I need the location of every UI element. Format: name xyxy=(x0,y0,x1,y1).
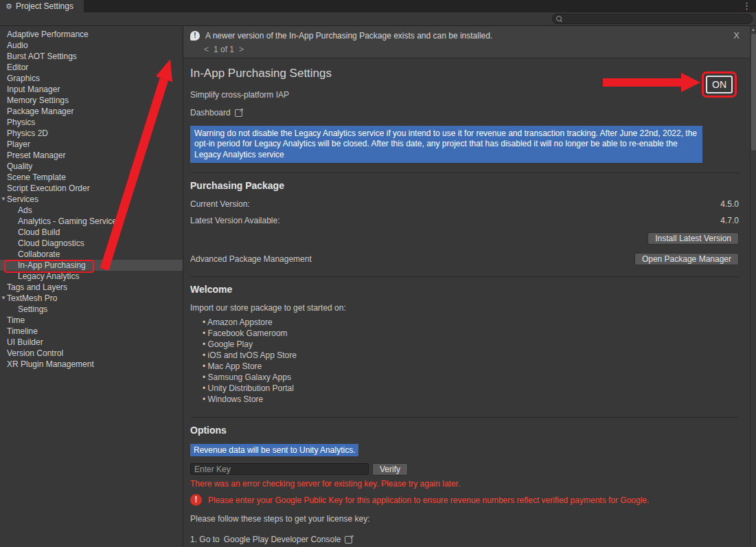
store-list-item: Samsung Galaxy Apps xyxy=(203,372,739,383)
latest-version-label: Latest Version Available: xyxy=(190,216,280,225)
foldout-arrow-icon[interactable]: ▼ xyxy=(1,194,6,205)
sidebar-item-quality[interactable]: Quality xyxy=(0,161,183,172)
store-list-item: Amazon Appstore xyxy=(203,317,739,328)
sidebar-item-xr-plugin-management[interactable]: XR Plugin Management xyxy=(0,359,183,370)
sidebar-item-package-manager[interactable]: Package Manager xyxy=(0,106,183,117)
sidebar-item-audio[interactable]: Audio xyxy=(0,40,183,51)
external-link-icon xyxy=(345,536,352,544)
sidebar-item-label: Ads xyxy=(18,205,32,215)
pager-next-button[interactable]: > xyxy=(239,45,244,54)
sidebar-item-version-control[interactable]: Version Control xyxy=(0,348,183,359)
sidebar-item-label: Timeline xyxy=(7,326,38,336)
sidebar-item-tags-and-layers[interactable]: Tags and Layers xyxy=(0,282,183,293)
project-settings-window: ⚙ Project Settings ⋮ Adaptive Performanc… xyxy=(0,0,756,547)
scrollbar-up-icon[interactable]: ▲ xyxy=(751,26,756,33)
sidebar-item-scene-template[interactable]: Scene Template xyxy=(0,172,183,183)
search-input[interactable] xyxy=(566,15,748,23)
sidebar-item-ui-builder[interactable]: UI Builder xyxy=(0,337,183,348)
sidebar-item-script-execution-order[interactable]: Script Execution Order xyxy=(0,183,183,194)
sidebar-item-cloud-build[interactable]: Cloud Build xyxy=(0,227,183,238)
search-box[interactable] xyxy=(552,14,753,24)
sidebar-item-input-manager[interactable]: Input Manager xyxy=(0,84,183,95)
sidebar-item-label: Cloud Build xyxy=(18,227,60,237)
banner-close-icon[interactable]: X xyxy=(733,30,740,41)
purchasing-package-section: Purchasing Package Current Version: 4.5.… xyxy=(190,172,739,275)
sidebar-list: Adaptive PerformanceAudioBurst AOT Setti… xyxy=(0,29,183,370)
sidebar-item-services[interactable]: ▼Services xyxy=(0,194,183,205)
sidebar-item-physics[interactable]: Physics xyxy=(0,117,183,128)
dashboard-link[interactable]: Dashboard xyxy=(190,108,242,118)
sidebar-item-timeline[interactable]: Timeline xyxy=(0,326,183,337)
sidebar-item-label: Analytics - Gaming Services xyxy=(18,216,121,226)
sidebar-item-editor[interactable]: Editor xyxy=(0,62,183,73)
sidebar-item-ads[interactable]: Ads xyxy=(0,205,183,216)
sidebar-item-label: Physics xyxy=(7,118,35,127)
google-play-console-link[interactable]: Google Play Developer Console xyxy=(224,535,341,544)
verify-button[interactable]: Verify xyxy=(372,463,408,476)
sidebar-item-label: Legacy Analytics xyxy=(18,271,79,281)
google-key-input[interactable] xyxy=(190,463,369,475)
open-package-manager-button[interactable]: Open Package Manager xyxy=(634,253,739,265)
store-list: Amazon AppstoreFacebook GameroomGoogle P… xyxy=(203,317,739,405)
welcome-section: Welcome Import our store package to get … xyxy=(190,276,739,416)
current-version-value: 4.5.0 xyxy=(720,199,739,209)
sidebar-item-label: Memory Settings xyxy=(7,96,69,105)
sidebar-item-graphics[interactable]: Graphics xyxy=(0,73,183,84)
sidebar-item-label: In-App Purchasing xyxy=(18,260,86,270)
sidebar-item-preset-manager[interactable]: Preset Manager xyxy=(0,150,183,161)
sidebar-item-label: Player xyxy=(7,139,30,149)
window-titlebar: ⚙ Project Settings ⋮ xyxy=(0,0,756,12)
sidebar-item-cloud-diagnostics[interactable]: Cloud Diagnostics xyxy=(0,238,183,249)
kebab-menu-icon[interactable]: ⋮ xyxy=(742,1,751,11)
sidebar-item-label: Physics 2D xyxy=(7,129,48,138)
welcome-intro: Import our store package to get started … xyxy=(190,303,739,313)
main-panel: ! A newer version of the In-App Purchasi… xyxy=(183,26,756,547)
install-latest-version-button[interactable]: Install Latest Version xyxy=(648,232,739,245)
sidebar-item-label: Time xyxy=(7,315,25,325)
sidebar-item-label: Preset Manager xyxy=(7,150,65,160)
sidebar-item-in-app-purchasing[interactable]: In-App Purchasing xyxy=(0,260,183,271)
sidebar-item-label: Scene Template xyxy=(7,172,66,182)
sidebar-item-physics-2d[interactable]: Physics 2D xyxy=(0,128,183,139)
sidebar-item-collaborate[interactable]: Collaborate xyxy=(0,249,183,260)
server-error-text: There was an error checking server for e… xyxy=(190,479,739,489)
sidebar-item-settings[interactable]: Settings xyxy=(0,304,183,315)
on-toggle-annotation: ON xyxy=(702,71,737,98)
iap-enabled-toggle[interactable]: ON xyxy=(706,76,733,93)
foldout-arrow-icon[interactable]: ▼ xyxy=(1,293,6,304)
update-banner: ! A newer version of the In-App Purchasi… xyxy=(183,26,750,58)
legacy-analytics-warning: Warning do not disable the Legacy Analyt… xyxy=(190,126,702,163)
sidebar-item-player[interactable]: Player xyxy=(0,139,183,150)
sidebar-item-label: Quality xyxy=(7,161,32,171)
store-list-item: iOS and tvOS App Store xyxy=(203,350,739,361)
scrollbar-thumb[interactable] xyxy=(751,34,756,150)
license-steps-intro: Please follow these steps to get your li… xyxy=(190,514,739,524)
sidebar-item-label: Input Manager xyxy=(7,85,60,94)
tab-project-settings[interactable]: ⚙ Project Settings xyxy=(0,0,84,12)
pager-prev-button[interactable]: < xyxy=(204,45,209,54)
sidebar-item-legacy-analytics[interactable]: Legacy Analytics xyxy=(0,271,183,282)
vertical-scrollbar[interactable]: ▲ xyxy=(750,26,756,547)
store-list-item: Mac App Store xyxy=(203,361,739,372)
sidebar-item-label: XR Plugin Management xyxy=(7,359,94,369)
sidebar-item-adaptive-performance[interactable]: Adaptive Performance xyxy=(0,29,183,40)
store-list-item: Facebook Gameroom xyxy=(203,328,739,339)
sidebar-item-textmesh-pro[interactable]: ▼TextMesh Pro xyxy=(0,293,183,304)
sidebar-item-label: Tags and Layers xyxy=(7,282,67,292)
store-list-item: Google Play xyxy=(203,339,739,350)
sidebar-item-label: Graphics xyxy=(7,74,40,83)
options-section: Options Revenue data will be sent to Uni… xyxy=(190,417,739,547)
sidebar-item-label: Cloud Diagnostics xyxy=(18,238,84,248)
sidebar-item-burst-aot-settings[interactable]: Burst AOT Settings xyxy=(0,51,183,62)
welcome-heading: Welcome xyxy=(190,284,739,295)
options-heading: Options xyxy=(190,425,739,436)
sidebar-item-memory-settings[interactable]: Memory Settings xyxy=(0,95,183,106)
sidebar-item-time[interactable]: Time xyxy=(0,315,183,326)
sidebar-item-label: TextMesh Pro xyxy=(7,293,57,303)
sidebar-item-analytics-gaming-services[interactable]: Analytics - Gaming Services xyxy=(0,216,183,227)
step1-prefix: 1. Go to xyxy=(190,535,220,544)
gear-icon: ⚙ xyxy=(5,2,12,11)
sidebar-item-label: Burst AOT Settings xyxy=(7,52,77,61)
sidebar-item-label: Collaborate xyxy=(18,249,60,259)
sidebar-item-label: Settings xyxy=(18,304,47,314)
